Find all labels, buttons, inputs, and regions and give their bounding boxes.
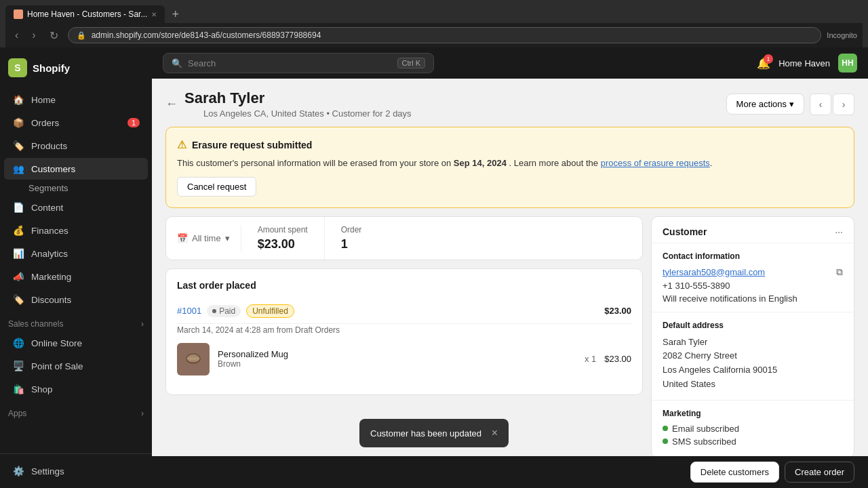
- lock-icon: 🔒: [77, 31, 86, 40]
- customer-card-title: Customer: [663, 226, 707, 237]
- email-link[interactable]: tylersarah508@gmail.com: [663, 267, 765, 277]
- cancel-request-button[interactable]: Cancel request: [177, 177, 256, 197]
- sidebar-label-customers: Customers: [31, 164, 75, 174]
- back-button[interactable]: ←: [165, 97, 178, 111]
- forward-button[interactable]: ›: [28, 28, 39, 43]
- order-date: March 14, 2024 at 4:28 am from Draft Ord…: [177, 325, 631, 335]
- chevron-down-icon: ▾: [225, 233, 230, 243]
- stats-filter[interactable]: 📅 All time ▾: [166, 225, 241, 251]
- order-row: #1001 Paid Unfulfilled $23.00: [177, 299, 631, 324]
- order-id-link[interactable]: #1001: [177, 306, 201, 316]
- sidebar-item-orders[interactable]: 📦 Orders 1: [4, 112, 148, 134]
- address-name: Sarah Tyler: [663, 336, 843, 350]
- marketing-section: Marketing Email subscribed SMS subscribe…: [652, 400, 854, 458]
- last-order-title: Last order placed: [177, 280, 631, 291]
- sidebar-label-content: Content: [31, 203, 63, 213]
- orders-value: 1: [341, 237, 362, 251]
- sidebar-item-point-of-sale[interactable]: 🖥️ Point of Sale: [4, 355, 148, 377]
- stats-row: 📅 All time ▾ Amount spent $23.00 Order 1: [166, 217, 642, 260]
- customer-more-icon[interactable]: ···: [835, 226, 843, 237]
- sidebar-label-marketing: Marketing: [31, 272, 71, 282]
- sidebar-item-online-store[interactable]: 🌐 Online Store: [4, 332, 148, 354]
- sidebar-item-analytics[interactable]: 📊 Analytics: [4, 243, 148, 264]
- more-actions-label: More actions: [736, 99, 787, 109]
- address-bar[interactable]: 🔒 admin.shopify.com/store/de8143-a6/cust…: [68, 27, 822, 43]
- svg-point-1: [186, 357, 200, 360]
- sidebar-item-home[interactable]: 🏠 Home: [4, 89, 148, 110]
- product-variant: Brown: [218, 359, 576, 369]
- sidebar-item-finances[interactable]: 💰 Finances: [4, 220, 148, 241]
- erasure-warning-banner: ⚠ Erasure request submitted This custome…: [165, 127, 854, 208]
- sms-subscribed-item: SMS subscribed: [663, 436, 843, 447]
- sidebar-item-settings[interactable]: ⚙️ Settings: [4, 460, 148, 482]
- refresh-button[interactable]: ↻: [45, 28, 62, 43]
- active-tab[interactable]: Home Haven - Customers - Sar... ✕: [5, 5, 165, 23]
- marketing-title: Marketing: [663, 409, 843, 418]
- sidebar-sub-segments-label: Segments: [28, 183, 68, 193]
- product-quantity: x 1: [585, 354, 596, 364]
- delete-customers-button[interactable]: Delete customers: [690, 462, 779, 483]
- email-subscribed-item: Email subscribed: [663, 424, 843, 434]
- sidebar-item-discounts[interactable]: 🏷️ Discounts: [4, 289, 148, 310]
- customers-icon: 👥: [12, 163, 24, 175]
- copy-email-button[interactable]: ⧉: [836, 266, 843, 278]
- sidebar-item-content[interactable]: 📄 Content: [4, 197, 148, 218]
- tab-close-button[interactable]: ✕: [151, 11, 157, 18]
- calendar-icon: 📅: [177, 233, 188, 243]
- store-name: Home Haven: [778, 58, 830, 68]
- new-tab-button[interactable]: +: [167, 7, 183, 22]
- avatar: HH: [838, 54, 857, 73]
- stats-filter-label: All time: [192, 233, 221, 243]
- sidebar-label-finances: Finances: [31, 226, 68, 236]
- fulfillment-status-badge: Unfulfilled: [246, 304, 294, 318]
- orders-stat: Order 1: [325, 217, 378, 260]
- toast-notification: Customer has been updated ×: [359, 419, 509, 447]
- notification-badge: 1: [764, 54, 773, 64]
- order-left: #1001 Paid Unfulfilled: [177, 304, 294, 318]
- notification-button[interactable]: 🔔 1: [757, 57, 770, 70]
- analytics-icon: 📊: [12, 247, 24, 260]
- browser-tabs: Home Haven - Customers - Sar... ✕ +: [5, 5, 863, 23]
- product-name: Personalized Mug: [218, 349, 576, 359]
- search-box[interactable]: 🔍 Search Ctrl K: [163, 53, 434, 73]
- sidebar-item-products[interactable]: 🏷️ Products: [4, 135, 148, 157]
- orders-section: Last order placed #1001 Paid Un: [166, 269, 642, 394]
- page: ← Sarah Tyler Los Angeles CA, United Sta…: [152, 79, 868, 488]
- toast-close-button[interactable]: ×: [492, 427, 498, 439]
- shopify-logo-text: Shopify: [33, 62, 70, 74]
- contact-language: Will receive notifications in English: [663, 293, 843, 304]
- prev-customer-button[interactable]: ‹: [810, 94, 831, 115]
- products-icon: 🏷️: [12, 140, 24, 152]
- order-price: $23.00: [604, 306, 631, 316]
- sales-channels-section-label: Sales channels ›: [0, 314, 152, 331]
- back-button[interactable]: ‹: [11, 28, 22, 43]
- search-icon: 🔍: [172, 58, 182, 68]
- sidebar-logo: S Shopify: [0, 53, 152, 88]
- sidebar-label-home: Home: [31, 95, 56, 105]
- create-order-button[interactable]: Create order: [785, 462, 854, 483]
- sidebar-sub-segments[interactable]: Segments: [0, 180, 152, 196]
- erasure-requests-link[interactable]: process of erasure requests: [601, 158, 710, 168]
- paid-dot: [212, 309, 216, 313]
- next-customer-button[interactable]: ›: [833, 94, 854, 115]
- url-text: admin.shopify.com/store/de8143-a6/custom…: [92, 30, 321, 40]
- amount-spent-label: Amount spent: [258, 225, 308, 235]
- sidebar-item-customers[interactable]: 👥 Customers: [4, 158, 148, 180]
- sidebar-item-marketing[interactable]: 📣 Marketing: [4, 266, 148, 287]
- discounts-icon: 🏷️: [12, 293, 24, 306]
- sidebar-label-shop: Shop: [31, 384, 53, 394]
- search-shortcut: Ctrl K: [397, 58, 426, 68]
- orders-badge: 1: [127, 118, 140, 127]
- contact-email-row: tylersarah508@gmail.com ⧉: [663, 266, 843, 278]
- orders-icon: 📦: [12, 117, 24, 129]
- more-actions-button[interactable]: More actions ▾: [726, 94, 804, 115]
- sidebar-item-shop[interactable]: 🛍️ Shop: [4, 378, 148, 400]
- address-country: United States: [663, 378, 843, 392]
- top-bar-actions: 🔔 1 Home Haven HH: [757, 54, 857, 73]
- product-price: $23.00: [604, 354, 631, 364]
- sidebar: S Shopify 🏠 Home 📦 Orders 1 🏷️ Products …: [0, 47, 152, 488]
- chevron-down-icon: ▾: [789, 99, 794, 109]
- address-title: Default address: [663, 321, 843, 330]
- toast-message: Customer has been updated: [370, 428, 481, 439]
- erasure-date: Sep 14, 2024: [454, 158, 507, 168]
